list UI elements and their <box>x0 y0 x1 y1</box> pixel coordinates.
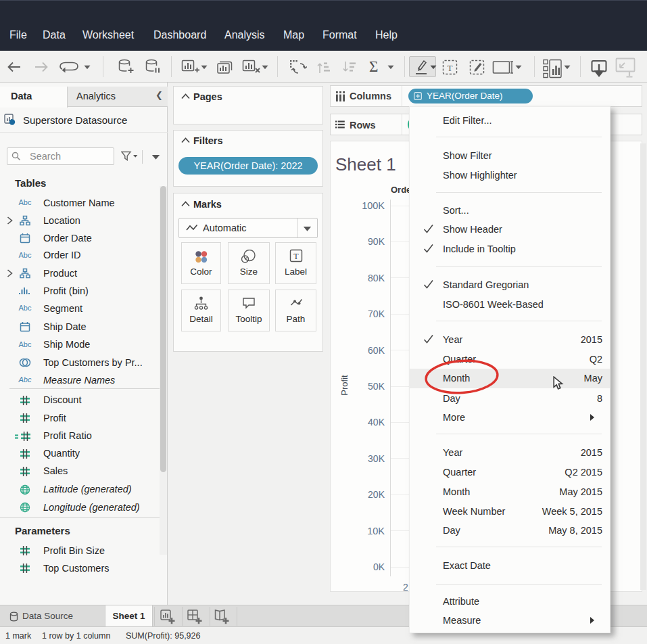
svg-text:T: T <box>448 63 453 73</box>
svg-text:T: T <box>293 252 299 261</box>
